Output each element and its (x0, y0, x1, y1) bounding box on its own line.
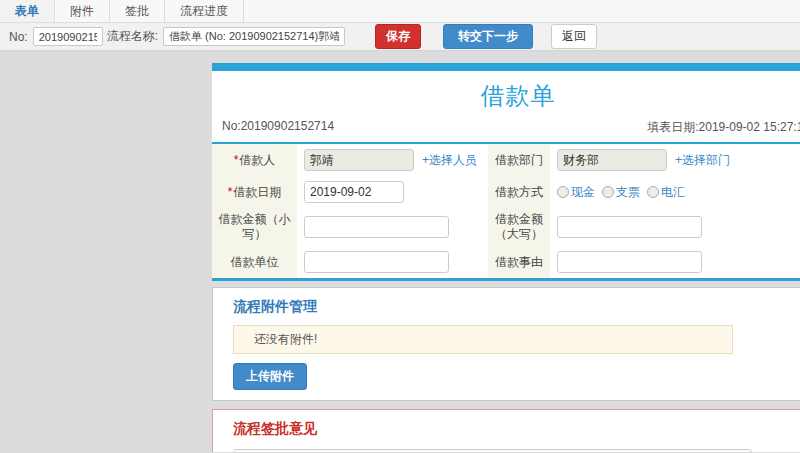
loan-reason-input[interactable] (557, 251, 702, 273)
loan-form-panel: 借款单 No:20190902152714 填表日期:2019-09-02 15… (212, 63, 800, 281)
loan-unit-label: 借款单位 (212, 246, 297, 278)
tab-process-progress[interactable]: 流程进度 (165, 0, 244, 22)
tab-form[interactable]: 表单 (0, 0, 55, 22)
amount-uppercase-input[interactable] (557, 216, 702, 238)
attachment-section: 流程附件管理 还没有附件! 上传附件 (212, 287, 800, 401)
form-date-text: 填表日期:2019-09-02 15:27:14 (647, 119, 800, 136)
action-toolbar: No: 流程名称: 保存 转交下一步 返回 (0, 23, 800, 51)
amount-uppercase-label: 借款金额（大写） (488, 208, 550, 246)
loan-date-input[interactable] (304, 181, 404, 203)
borrower-label: *借款人 (212, 144, 297, 176)
panel-top-accent-bar (212, 63, 800, 71)
approval-section: 流程签批意见 B I abc (212, 409, 800, 452)
no-attachment-notice: 还没有附件! (233, 325, 733, 354)
form-title: 借款单 (212, 71, 800, 117)
upload-attachment-button[interactable]: 上传附件 (233, 363, 307, 390)
borrower-input[interactable] (304, 149, 414, 171)
radio-button-icon[interactable] (602, 186, 614, 198)
content-area: 借款单 No:20190902152714 填表日期:2019-09-02 15… (0, 51, 800, 452)
form-row-date-method: *借款日期 借款方式 现金 支票 (212, 176, 800, 208)
editor-toolbar: B I abc 123 (234, 450, 751, 452)
radio-wire-transfer[interactable]: 电汇 (647, 184, 685, 201)
amount-lowercase-label: 借款金额（小写） (212, 208, 297, 246)
form-divider-bottom (212, 278, 800, 281)
tab-approval[interactable]: 签批 (110, 0, 165, 22)
no-input[interactable] (33, 27, 103, 46)
no-label: No: (9, 30, 28, 44)
radio-cash[interactable]: 现金 (557, 184, 595, 201)
required-asterisk: * (228, 185, 233, 199)
form-row-borrower: *借款人 +选择人员 借款部门 +选择部门 (212, 144, 800, 176)
department-input[interactable] (557, 149, 667, 171)
department-label: 借款部门 (488, 144, 550, 176)
radio-cheque[interactable]: 支票 (602, 184, 640, 201)
form-row-unit-reason: 借款单位 借款事由 (212, 246, 800, 278)
radio-button-icon[interactable] (557, 186, 569, 198)
save-button[interactable]: 保存 (375, 24, 421, 49)
form-row-amount: 借款金额（小写） 借款金额（大写） (212, 208, 800, 246)
approval-heading: 流程签批意见 (233, 420, 800, 438)
top-tab-bar: 表单 附件 签批 流程进度 (0, 0, 800, 23)
form-no-text: No:20190902152714 (222, 119, 334, 136)
loan-method-radio-group: 现金 支票 电汇 (557, 184, 685, 201)
radio-button-icon[interactable] (647, 186, 659, 198)
forward-next-step-button[interactable]: 转交下一步 (443, 24, 533, 49)
flow-name-input[interactable] (163, 27, 345, 46)
amount-lowercase-input[interactable] (304, 216, 449, 238)
attachment-heading: 流程附件管理 (233, 298, 800, 316)
loan-date-label: *借款日期 (212, 176, 297, 208)
form-meta-row: No:20190902152714 填表日期:2019-09-02 15:27:… (212, 117, 800, 142)
loan-method-label: 借款方式 (488, 176, 550, 208)
rich-text-editor: B I abc 123 (233, 449, 752, 452)
tab-attachment[interactable]: 附件 (55, 0, 110, 22)
loan-reason-label: 借款事由 (488, 246, 550, 278)
flow-name-label: 流程名称: (107, 28, 158, 45)
select-person-link[interactable]: +选择人员 (422, 152, 477, 169)
loan-unit-input[interactable] (304, 251, 449, 273)
back-button[interactable]: 返回 (551, 24, 597, 49)
select-department-link[interactable]: +选择部门 (675, 152, 730, 169)
required-asterisk: * (234, 153, 239, 167)
